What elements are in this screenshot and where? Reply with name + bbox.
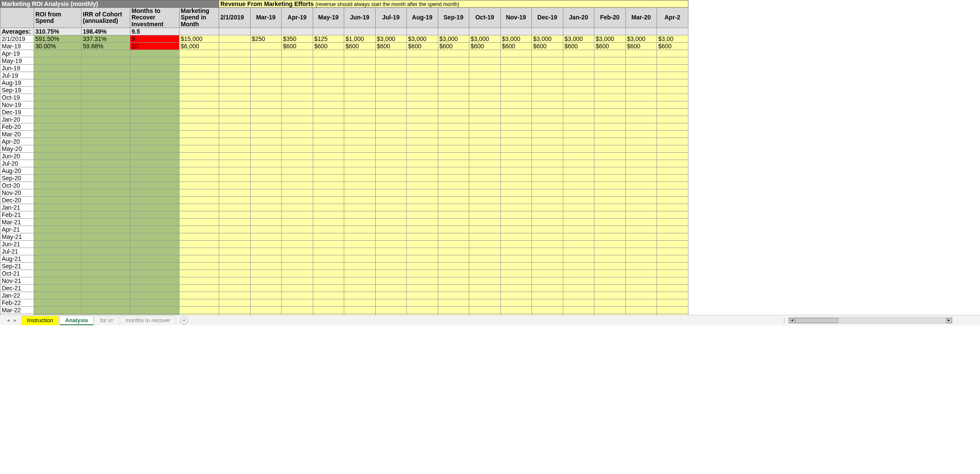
- row-rev-cell[interactable]: [500, 189, 532, 197]
- row-rev-cell[interactable]: [625, 270, 657, 277]
- row-rev-cell[interactable]: [625, 255, 657, 263]
- row-irr[interactable]: [82, 299, 130, 307]
- row-rev-cell[interactable]: [219, 277, 251, 285]
- row-rev-cell[interactable]: [438, 167, 469, 175]
- row-rev-cell[interactable]: [282, 285, 313, 292]
- row-rev-cell[interactable]: [500, 285, 532, 292]
- row-rev-cell[interactable]: $600: [500, 43, 532, 50]
- row-spend[interactable]: [179, 226, 219, 233]
- row-months[interactable]: [130, 314, 179, 315]
- row-rev-cell[interactable]: [594, 211, 626, 219]
- header-rev-14[interactable]: Apr-2: [657, 8, 688, 28]
- header-spend[interactable]: Marketing Spend in Month: [179, 8, 219, 28]
- row-rev-cell[interactable]: [375, 65, 407, 72]
- row-rev-cell[interactable]: [407, 116, 438, 123]
- row-rev-cell[interactable]: [532, 50, 563, 57]
- row-rev-cell[interactable]: [219, 175, 251, 182]
- row-date[interactable]: Jul-19: [0, 72, 34, 79]
- averages-rev-5[interactable]: [375, 28, 407, 35]
- row-rev-cell[interactable]: [438, 211, 469, 219]
- row-rev-cell[interactable]: [250, 50, 282, 57]
- row-rev-cell[interactable]: [594, 248, 626, 255]
- row-rev-cell[interactable]: [438, 299, 469, 307]
- row-rev-cell[interactable]: [469, 145, 501, 153]
- row-rev-cell[interactable]: [375, 285, 407, 292]
- row-spend[interactable]: [179, 299, 219, 307]
- row-months[interactable]: [130, 255, 179, 263]
- row-rev-cell[interactable]: [344, 123, 376, 131]
- row-rev-cell[interactable]: [250, 255, 282, 263]
- row-rev-cell[interactable]: $3,000: [532, 35, 563, 43]
- row-rev-cell[interactable]: [375, 175, 407, 182]
- row-rev-cell[interactable]: [625, 241, 657, 248]
- row-spend[interactable]: [179, 175, 219, 182]
- row-rev-cell[interactable]: [563, 79, 594, 87]
- row-rev-cell[interactable]: [375, 160, 407, 167]
- row-rev-cell[interactable]: [313, 241, 344, 248]
- row-rev-cell[interactable]: [313, 87, 344, 94]
- row-rev-cell[interactable]: [594, 307, 626, 314]
- row-rev-cell[interactable]: [407, 101, 438, 109]
- row-rev-cell[interactable]: [469, 226, 501, 233]
- row-rev-cell[interactable]: [375, 314, 407, 315]
- row-rev-cell[interactable]: [657, 65, 688, 72]
- row-rev-cell[interactable]: [282, 138, 313, 145]
- row-rev-cell[interactable]: [219, 57, 251, 65]
- row-rev-cell[interactable]: [407, 197, 438, 204]
- row-rev-cell[interactable]: [344, 109, 376, 116]
- row-rev-cell[interactable]: [282, 94, 313, 101]
- row-rev-cell[interactable]: [313, 131, 344, 138]
- row-date[interactable]: Oct-21: [0, 270, 34, 277]
- row-rev-cell[interactable]: [219, 292, 251, 299]
- row-roi[interactable]: [34, 101, 82, 109]
- row-rev-cell[interactable]: [438, 219, 469, 226]
- row-rev-cell[interactable]: [532, 131, 563, 138]
- row-rev-cell[interactable]: [594, 153, 626, 160]
- row-rev-cell[interactable]: [407, 219, 438, 226]
- row-rev-cell[interactable]: $3,000: [594, 35, 626, 43]
- row-rev-cell[interactable]: [344, 219, 376, 226]
- row-rev-cell[interactable]: [563, 116, 594, 123]
- row-rev-cell[interactable]: [625, 211, 657, 219]
- row-date[interactable]: Jan-21: [0, 204, 34, 211]
- row-date[interactable]: Sep-20: [0, 175, 34, 182]
- row-rev-cell[interactable]: [282, 87, 313, 94]
- row-spend[interactable]: [179, 211, 219, 219]
- row-rev-cell[interactable]: [313, 204, 344, 211]
- row-rev-cell[interactable]: [500, 307, 532, 314]
- row-rev-cell[interactable]: [594, 145, 626, 153]
- row-rev-cell[interactable]: [500, 263, 532, 270]
- row-rev-cell[interactable]: [469, 285, 501, 292]
- row-rev-cell[interactable]: [407, 131, 438, 138]
- averages-rev-8[interactable]: [469, 28, 501, 35]
- row-irr[interactable]: [82, 307, 130, 314]
- row-rev-cell[interactable]: [250, 292, 282, 299]
- row-rev-cell[interactable]: [375, 263, 407, 270]
- row-irr[interactable]: [82, 241, 130, 248]
- row-rev-cell[interactable]: [469, 87, 501, 94]
- row-rev-cell[interactable]: [500, 153, 532, 160]
- row-rev-cell[interactable]: [500, 131, 532, 138]
- row-spend[interactable]: [179, 307, 219, 314]
- row-rev-cell[interactable]: [563, 219, 594, 226]
- row-rev-cell[interactable]: [625, 219, 657, 226]
- row-rev-cell[interactable]: [469, 219, 501, 226]
- row-rev-cell[interactable]: [407, 292, 438, 299]
- row-rev-cell[interactable]: [500, 175, 532, 182]
- row-rev-cell[interactable]: [500, 94, 532, 101]
- row-months[interactable]: [130, 94, 179, 101]
- row-rev-cell[interactable]: [250, 307, 282, 314]
- row-rev-cell[interactable]: $600: [469, 43, 501, 50]
- row-rev-cell[interactable]: [532, 233, 563, 241]
- row-rev-cell[interactable]: [469, 263, 501, 270]
- row-rev-cell[interactable]: [532, 167, 563, 175]
- row-rev-cell[interactable]: [407, 160, 438, 167]
- row-rev-cell[interactable]: $1,000: [344, 35, 376, 43]
- row-rev-cell[interactable]: [532, 270, 563, 277]
- row-rev-cell[interactable]: [500, 57, 532, 65]
- row-rev-cell[interactable]: [438, 263, 469, 270]
- row-rev-cell[interactable]: [532, 219, 563, 226]
- row-rev-cell[interactable]: [282, 182, 313, 189]
- row-rev-cell[interactable]: [594, 314, 626, 315]
- row-rev-cell[interactable]: [407, 204, 438, 211]
